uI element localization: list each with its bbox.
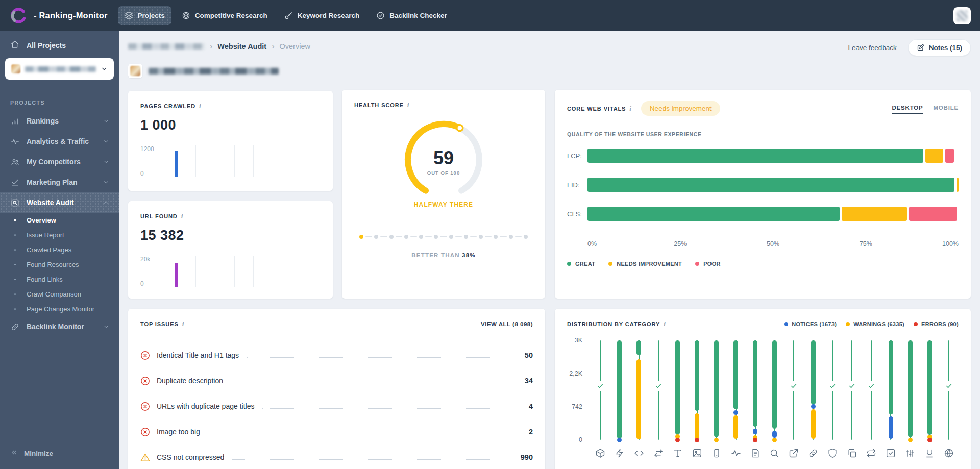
- nav-item-backlink-checker[interactable]: Backlink Checker: [370, 6, 454, 25]
- cwv-segment-great[interactable]: [587, 207, 840, 221]
- distribution-column-search[interactable]: [765, 340, 785, 440]
- tab-desktop[interactable]: DESKTOP: [892, 105, 923, 113]
- nav-item-keyword-research[interactable]: Keyword Research: [278, 6, 366, 25]
- shuffle-icon: [653, 448, 664, 458]
- check-slot: [828, 381, 837, 391]
- brand-logo[interactable]: [9, 6, 29, 26]
- category-shield[interactable]: [823, 448, 842, 458]
- distribution-column-link[interactable]: [803, 340, 823, 440]
- distribution-column-lightning[interactable]: [610, 340, 629, 440]
- card-title: CORE WEB VITALS i: [567, 105, 632, 113]
- cwv-metric-label[interactable]: LCP:: [567, 152, 587, 160]
- minimize-button[interactable]: Minimize: [0, 440, 119, 469]
- category-external-link[interactable]: [784, 448, 803, 458]
- chevron-down-icon: [103, 158, 110, 165]
- distribution-column-globe[interactable]: [939, 340, 959, 440]
- category-image[interactable]: [688, 448, 707, 458]
- info-icon[interactable]: i: [199, 102, 202, 110]
- category-lightning[interactable]: [610, 448, 629, 458]
- cwv-segment-needs[interactable]: [957, 178, 959, 192]
- cwv-metric-label[interactable]: FID:: [567, 181, 587, 189]
- info-icon[interactable]: i: [407, 101, 410, 109]
- issue-row-urls-with-duplicate-page-titles[interactable]: URLs with duplicate page titles4: [140, 393, 533, 419]
- category-sliders[interactable]: [900, 448, 920, 458]
- cwv-segment-great[interactable]: [587, 178, 954, 192]
- category-file-text[interactable]: [746, 448, 765, 458]
- category-copy[interactable]: [842, 448, 862, 458]
- distribution-column-package[interactable]: [591, 340, 610, 440]
- distribution-column-code[interactable]: [629, 340, 649, 440]
- nav-item-competitive-research[interactable]: Competitive Research: [175, 6, 274, 25]
- category-shuffle[interactable]: [649, 448, 668, 458]
- sidebar-item-rankings[interactable]: Rankings: [0, 111, 119, 131]
- category-mobile[interactable]: [707, 448, 726, 458]
- info-icon[interactable]: i: [181, 212, 184, 220]
- cwv-segment-needs[interactable]: [925, 149, 943, 163]
- issue-row-identical-title-and-h1-tags[interactable]: Identical Title and H1 tags50: [140, 342, 533, 368]
- distribution-column-image[interactable]: [688, 340, 707, 440]
- view-all-link[interactable]: VIEW ALL (8 098): [481, 321, 533, 327]
- sidebar-item-my-competitors[interactable]: My Competitors: [0, 152, 119, 172]
- sidebar-subitem-crawl-comparison[interactable]: Crawl Comparison: [0, 287, 119, 302]
- info-icon[interactable]: i: [664, 320, 666, 328]
- sidebar-subitem-crawled-pages[interactable]: Crawled Pages: [0, 242, 119, 257]
- category-underline[interactable]: [920, 448, 939, 458]
- distribution-column-underline[interactable]: [920, 340, 939, 440]
- mini-chart-bar[interactable]: [175, 263, 178, 287]
- info-icon[interactable]: i: [182, 320, 185, 328]
- leave-feedback-link[interactable]: Leave feedback: [848, 44, 896, 52]
- distribution-column-shield[interactable]: [823, 340, 842, 440]
- check-slot: [790, 381, 798, 391]
- category-package[interactable]: [591, 448, 610, 458]
- bullet-icon: [10, 219, 19, 221]
- distribution-column-check-square[interactable]: [881, 340, 900, 440]
- project-selector[interactable]: [5, 58, 114, 80]
- cwv-legend: GREATNEEDS IMPROVEMENTPOOR: [567, 261, 959, 267]
- sidebar-item-analytics-traffic[interactable]: Analytics & Traffic: [0, 131, 119, 152]
- distribution-column-activity[interactable]: [726, 340, 746, 440]
- cwv-segment-poor[interactable]: [945, 149, 954, 163]
- notes-button[interactable]: Notes (15): [908, 39, 971, 56]
- distribution-column-shuffle[interactable]: [649, 340, 668, 440]
- category-code[interactable]: [629, 448, 649, 458]
- sidebar-subitem-found-resources[interactable]: Found Resources: [0, 257, 119, 272]
- mini-chart-bar[interactable]: [175, 151, 178, 177]
- distribution-column-external-link[interactable]: [784, 340, 803, 440]
- distribution-column-refresh[interactable]: [862, 340, 881, 440]
- sidebar-item-backlink-monitor[interactable]: Backlink Monitor: [0, 316, 119, 337]
- distribution-column-title[interactable]: [668, 340, 688, 440]
- tab-mobile[interactable]: MOBILE: [933, 105, 959, 113]
- sidebar-subitem-overview[interactable]: Overview: [0, 213, 119, 228]
- cwv-segment-needs[interactable]: [842, 207, 906, 221]
- cwv-segment-great[interactable]: [587, 149, 923, 163]
- category-globe[interactable]: [939, 448, 959, 458]
- issue-row-image-too-big[interactable]: Image too big2: [140, 419, 533, 445]
- sidebar-item-all-projects[interactable]: All Projects: [0, 31, 119, 57]
- cwv-metric-label[interactable]: CLS:: [567, 210, 587, 218]
- category-refresh[interactable]: [862, 448, 881, 458]
- distribution-column-file-text[interactable]: [746, 340, 765, 440]
- avatar[interactable]: [953, 7, 971, 24]
- cwv-title: CORE WEB VITALS: [567, 106, 626, 112]
- category-check-square[interactable]: [881, 448, 900, 458]
- issue-row-duplicate-description[interactable]: Duplicate description34: [140, 368, 533, 393]
- sidebar-subitem-issue-report[interactable]: Issue Report: [0, 228, 119, 242]
- sidebar-subitem-page-changes-monitor[interactable]: Page Changes Monitor: [0, 302, 119, 316]
- distribution-column-mobile[interactable]: [707, 340, 726, 440]
- category-activity[interactable]: [726, 448, 746, 458]
- cwv-segment-poor[interactable]: [909, 207, 958, 221]
- distribution-column-copy[interactable]: [842, 340, 862, 440]
- category-title[interactable]: [668, 448, 688, 458]
- sidebar-item-website-audit[interactable]: Website Audit: [0, 192, 119, 213]
- breadcrumb-website-audit[interactable]: Website Audit: [217, 42, 266, 51]
- nav-item-projects[interactable]: Projects: [118, 6, 172, 25]
- sidebar-subitem-found-links[interactable]: Found Links: [0, 272, 119, 287]
- gridline: [195, 145, 196, 177]
- category-link[interactable]: [803, 448, 823, 458]
- issue-row-css-not-compressed[interactable]: CSS not compressed990: [140, 445, 533, 469]
- legend-item-errors-90: ERRORS (90): [914, 321, 959, 327]
- sidebar-item-marketing-plan[interactable]: Marketing Plan: [0, 172, 119, 192]
- category-search[interactable]: [765, 448, 785, 458]
- distribution-column-sliders[interactable]: [900, 340, 920, 440]
- info-icon[interactable]: i: [629, 105, 632, 113]
